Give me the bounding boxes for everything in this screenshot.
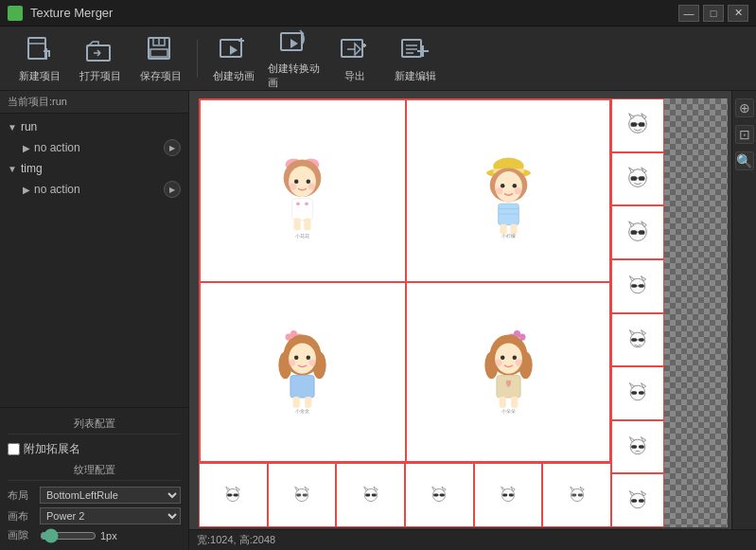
create-anim-icon xyxy=(219,35,249,65)
svg-point-63 xyxy=(306,355,310,360)
svg-text:小朵朵: 小朵朵 xyxy=(501,408,516,414)
save-project-button[interactable]: 保存项目 xyxy=(132,31,189,86)
export-label: 导出 xyxy=(344,69,365,83)
tree-item-run-action[interactable]: ▶ no action ▶ xyxy=(0,136,188,159)
tree-group-run: ▼ run ▶ no action ▶ xyxy=(0,117,188,159)
project-label: 当前项目:run xyxy=(0,91,188,114)
canvas-container[interactable]: 小花花 xyxy=(199,98,728,527)
sprite-cell-2: 小柠檬 xyxy=(413,116,604,276)
svg-point-62 xyxy=(293,355,298,360)
svg-point-34 xyxy=(305,202,308,205)
maximize-button[interactable]: □ xyxy=(703,5,724,22)
export-button[interactable]: 导出 xyxy=(326,31,383,86)
svg-text:小柠檬: 小柠檬 xyxy=(501,233,516,239)
svg-rect-108 xyxy=(631,284,637,287)
open-project-button[interactable]: 打开项目 xyxy=(72,31,129,86)
svg-marker-139 xyxy=(295,487,299,490)
tree-arrow-run: ▼ xyxy=(8,122,17,133)
svg-point-33 xyxy=(296,202,300,205)
svg-point-27 xyxy=(289,167,316,197)
canvas-select[interactable]: Power 2 xyxy=(40,507,181,524)
svg-point-46 xyxy=(514,187,520,194)
svg-point-42 xyxy=(495,171,522,202)
cat-bottom-1 xyxy=(199,463,268,527)
new-editor-label: 新建编辑 xyxy=(395,69,436,83)
layout-row: 布局 BottomLeftRule xyxy=(8,485,181,506)
close-button[interactable]: ✕ xyxy=(728,5,748,22)
svg-marker-160 xyxy=(570,487,573,490)
open-project-icon xyxy=(85,35,115,65)
svg-point-65 xyxy=(308,359,315,365)
svg-marker-118 xyxy=(629,383,634,388)
svg-text:小金金: 小金金 xyxy=(295,408,309,414)
tree-item-play-run[interactable]: ▶ xyxy=(164,139,181,156)
tree-item-run-label: no action xyxy=(34,141,80,154)
tree-group-timg-header[interactable]: ▼ timg xyxy=(0,159,188,178)
titlebar: Texture Merger — □ ✕ xyxy=(0,0,756,27)
create-trans-icon xyxy=(279,29,309,58)
new-editor-button[interactable]: 新建编辑 xyxy=(387,31,444,86)
cat-bottom-4 xyxy=(405,463,474,527)
tree-item-timg-arrow: ▶ xyxy=(23,185,30,195)
svg-point-30 xyxy=(290,184,296,190)
svg-point-61 xyxy=(289,343,316,373)
new-editor-icon xyxy=(400,35,431,65)
texture-config-title: 纹理配置 xyxy=(8,460,181,481)
cat-frame-5 xyxy=(611,313,664,367)
tree-group-timg-label: timg xyxy=(21,162,43,175)
sprite-cell-3: 小金金 xyxy=(207,288,397,455)
canvas-row: 画布 Power 2 xyxy=(8,506,181,526)
list-config-title: 列表配置 xyxy=(8,414,181,435)
tree-group-run-label: run xyxy=(21,120,37,133)
left-panel: 当前项目:run ▼ run ▶ no action ▶ xyxy=(0,91,189,550)
svg-point-81 xyxy=(495,359,501,365)
tree-item-timg-action[interactable]: ▶ no action ▶ xyxy=(0,178,188,201)
main-area: 当前项目:run ▼ run ▶ no action ▶ xyxy=(0,91,756,550)
svg-marker-106 xyxy=(629,276,634,281)
tree-group-run-header[interactable]: ▼ run xyxy=(0,117,188,136)
svg-rect-131 xyxy=(639,499,644,502)
svg-rect-146 xyxy=(365,494,370,497)
svg-rect-125 xyxy=(631,445,637,448)
svg-rect-103 xyxy=(639,230,645,235)
save-project-label: 保存项目 xyxy=(140,69,182,83)
svg-point-31 xyxy=(308,184,314,190)
gap-value: 1px xyxy=(100,530,117,541)
zoom-out-button[interactable]: 🔍 xyxy=(735,151,754,170)
svg-rect-147 xyxy=(371,494,376,497)
zoom-in-button[interactable]: ⊕ xyxy=(735,98,754,117)
svg-rect-35 xyxy=(293,218,300,230)
svg-marker-144 xyxy=(363,487,367,490)
horiz-divider xyxy=(199,281,611,283)
window-controls: — □ ✕ xyxy=(678,5,748,22)
add-extension-row: 附加拓展名 xyxy=(8,438,181,460)
new-project-label: 新建项目 xyxy=(19,69,61,83)
new-project-button[interactable]: 新建项目 xyxy=(11,31,68,86)
tree-item-arrow: ▶ xyxy=(23,143,30,153)
open-project-label: 打开项目 xyxy=(79,69,121,83)
cat-frame-2 xyxy=(611,152,664,206)
layout-select[interactable]: BottomLeftRule xyxy=(40,487,181,504)
svg-rect-114 xyxy=(631,338,637,341)
cat-frame-3 xyxy=(611,205,664,259)
svg-rect-97 xyxy=(639,176,645,181)
svg-text:小花花: 小花花 xyxy=(295,233,309,239)
create-trans-button[interactable]: 创建转换动画 xyxy=(266,31,323,86)
add-extension-checkbox[interactable] xyxy=(8,443,20,455)
gap-row: 画隙 1px xyxy=(8,526,181,544)
gap-slider[interactable] xyxy=(40,532,97,540)
sprite-cell-4: 小朵朵 xyxy=(413,288,604,455)
bottom-panel: 列表配置 附加拓展名 纹理配置 布局 BottomLeftRule 画布 Pow… xyxy=(0,407,188,550)
svg-point-64 xyxy=(289,359,295,365)
cat-bottom-6 xyxy=(542,463,611,527)
fit-view-button[interactable]: ⊡ xyxy=(735,125,754,144)
svg-point-43 xyxy=(500,184,504,188)
tree-item-play-timg[interactable]: ▶ xyxy=(164,181,181,198)
svg-marker-112 xyxy=(629,329,634,334)
cat-frame-8 xyxy=(611,473,664,527)
svg-marker-149 xyxy=(432,487,436,490)
svg-rect-120 xyxy=(631,392,637,395)
minimize-button[interactable]: — xyxy=(678,5,699,22)
create-anim-button[interactable]: 创建动画 xyxy=(205,31,262,86)
cat-frame-6 xyxy=(611,366,664,420)
